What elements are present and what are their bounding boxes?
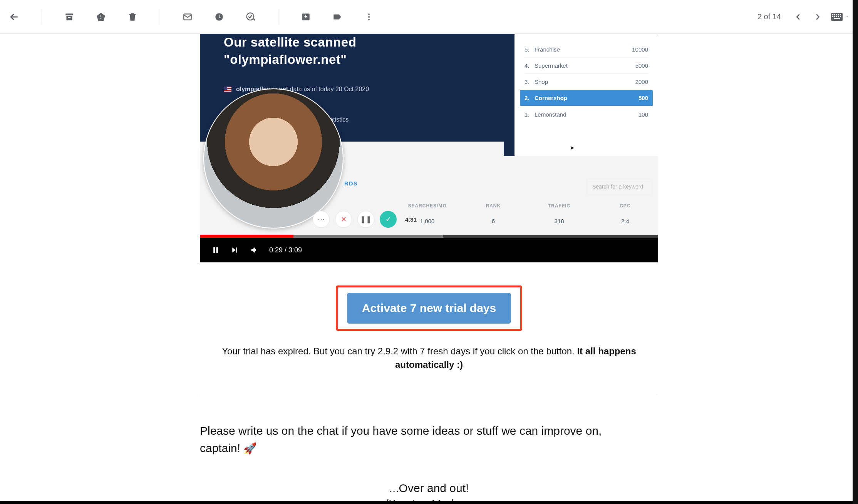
- svg-rect-12: [838, 14, 839, 15]
- labels-icon[interactable]: [332, 11, 343, 23]
- rocket-icon: 🚀: [243, 442, 257, 454]
- list-item: 3.Shop2000: [525, 74, 648, 90]
- us-flag-icon: [224, 87, 231, 92]
- hero-title: Our satellite scanned "olympiaflower.net…: [224, 34, 486, 68]
- prev-icon[interactable]: [793, 11, 804, 23]
- cursor-icon: ➤: [570, 145, 575, 151]
- spam-icon[interactable]: [95, 11, 107, 23]
- mark-unread-icon[interactable]: [182, 11, 193, 23]
- svg-point-5: [368, 13, 370, 15]
- video-progress-bar[interactable]: [200, 235, 658, 238]
- svg-point-3: [247, 13, 254, 20]
- svg-rect-19: [834, 18, 840, 19]
- list-item: 5.Franchise10000: [525, 42, 648, 58]
- svg-rect-14: [832, 16, 833, 17]
- ranking-list: 5.Franchise10000 4.Supermarket5000 3.Sho…: [514, 34, 658, 156]
- svg-point-7: [368, 19, 370, 20]
- svg-rect-13: [840, 14, 841, 15]
- presenter-avatar: [203, 88, 344, 229]
- next-track-icon[interactable]: [231, 246, 239, 254]
- video-overlay-chips: ⋯ ✕ ❚❚ ✓ 4:31: [313, 211, 420, 228]
- add-task-icon[interactable]: [245, 11, 256, 23]
- next-icon[interactable]: [812, 11, 823, 23]
- archive-icon[interactable]: [64, 11, 75, 23]
- check-chip-icon: ✓: [380, 211, 397, 228]
- svg-rect-20: [213, 247, 215, 253]
- signoff: ...Over and out! /Karsten Madsen: [200, 481, 658, 504]
- pause-icon[interactable]: [211, 246, 220, 254]
- video-preview[interactable]: Our satellite scanned "olympiaflower.net…: [200, 34, 658, 262]
- email-body: Our satellite scanned "olympiaflower.net…: [200, 34, 658, 504]
- snooze-icon[interactable]: [213, 11, 225, 23]
- svg-rect-17: [838, 16, 839, 17]
- toolbar-left: [8, 10, 375, 24]
- pause-chip-icon: ❚❚: [357, 211, 374, 228]
- progress-played: [200, 235, 293, 238]
- svg-rect-9: [832, 14, 833, 15]
- video-time: 0:29 / 3:09: [269, 246, 302, 254]
- input-tools-icon[interactable]: [831, 13, 850, 21]
- separator: [160, 10, 160, 24]
- volume-icon[interactable]: [250, 246, 258, 254]
- divider: [200, 395, 658, 395]
- page-counter: 2 of 14: [757, 12, 781, 21]
- svg-rect-11: [836, 14, 837, 15]
- svg-rect-16: [836, 16, 837, 17]
- separator: [42, 10, 42, 24]
- svg-rect-21: [216, 247, 218, 253]
- cta-highlight-frame: Activate 7 new trial days: [336, 285, 523, 331]
- delete-icon[interactable]: [127, 11, 138, 23]
- svg-rect-15: [834, 16, 835, 17]
- svg-rect-18: [840, 16, 841, 17]
- list-item: 4.Supermarket5000: [525, 58, 648, 74]
- more-chip-icon: ⋯: [313, 211, 330, 228]
- toolbar-right: 2 of 14: [757, 11, 850, 23]
- frame-bottom-edge: [0, 501, 853, 504]
- cta-section: Activate 7 new trial days Your trial has…: [200, 285, 658, 372]
- metric-row: 1,000 6 318 2.4: [394, 218, 658, 224]
- svg-rect-0: [65, 13, 73, 15]
- email-content: Our satellite scanned "olympiaflower.net…: [0, 34, 858, 504]
- video-frame: Our satellite scanned "olympiaflower.net…: [200, 34, 658, 235]
- trial-expired-text: Your trial has expired. But you can try …: [200, 345, 658, 372]
- separator: [278, 10, 278, 24]
- toolbar: 2 of 14: [0, 0, 858, 34]
- list-item: 1.Lemonstand100: [525, 106, 648, 122]
- more-icon[interactable]: [363, 11, 375, 23]
- close-chip-icon: ✕: [335, 211, 352, 228]
- duration-chip: 4:31: [402, 211, 420, 228]
- svg-rect-10: [834, 14, 835, 15]
- move-to-icon[interactable]: [300, 11, 312, 23]
- feedback-message: Please write us on the chat if you have …: [200, 422, 631, 457]
- search-keyword-input: Search for a keyword: [587, 179, 653, 195]
- video-controls: 0:29 / 3:09: [200, 238, 658, 262]
- metric-headers: SEARCHES/MO RANK TRAFFIC CPC: [394, 203, 658, 209]
- activate-trial-button[interactable]: Activate 7 new trial days: [347, 293, 511, 324]
- frame-right-edge: [853, 0, 858, 504]
- list-item-selected: 2.Cornershop500: [520, 90, 653, 106]
- back-icon[interactable]: [8, 11, 20, 23]
- svg-point-6: [368, 16, 370, 18]
